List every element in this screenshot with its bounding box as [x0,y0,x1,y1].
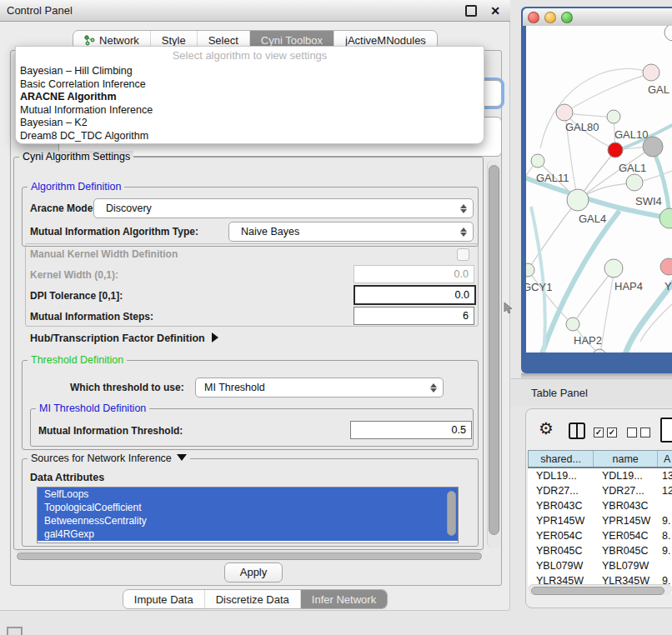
stepper-icon [428,383,439,392]
algorithm-option[interactable]: Basic Correlation Inference [16,78,484,92]
network-canvas[interactable]: GALGAL80GAL10GAL1GAL11SWI4GAL4GCY1HAP4YH… [526,26,672,352]
network-node[interactable] [659,208,672,228]
network-node[interactable] [660,258,672,275]
tab-infer-network[interactable]: Infer Network [300,590,387,608]
collapse-down-icon[interactable] [177,454,187,461]
column-header-3[interactable]: A [658,451,672,467]
manual-kernel-checkbox[interactable] [457,248,469,261]
gear-icon[interactable]: ⚙ [539,420,554,437]
control-panel-titlebar: Control Panel ✕ [0,0,510,22]
hub-definition-toggle[interactable]: Hub/Transcription Factor Definition [30,332,218,344]
corner-grip-icon[interactable] [7,627,23,635]
deselect-all-checkbox-icon[interactable] [640,428,650,438]
network-edge[interactable] [574,269,614,323]
algorithm-option[interactable]: ARACNE Algorithm [16,91,484,104]
mouse-cursor [504,302,514,315]
algorithm-option[interactable]: Dream8 DC_TDC Algorithm [16,130,484,143]
network-node[interactable] [607,110,620,123]
algorithm-option[interactable]: Bayesian – Hill Climbing [16,65,484,78]
mi-threshold-input[interactable]: 0.5 [350,421,472,439]
aracne-mode-select[interactable]: Discovery [93,198,474,218]
which-threshold-select[interactable]: MI Threshold [195,378,444,398]
table-cell: YBL079W [528,558,594,573]
mi-steps-label: Mutual Information Steps: [30,311,153,322]
kernel-width-input[interactable]: 0.0 [354,265,474,283]
settings-vertical-scrollbar[interactable] [487,160,500,548]
document-icon[interactable] [660,418,672,442]
hub-definition-label: Hub/Transcription Factor Definition [30,332,205,344]
sources-group-title[interactable]: Sources for Network Inference [28,452,190,464]
data-attributes-label: Data Attributes [30,472,104,483]
select-all-checkbox-icon[interactable]: ✓ [594,428,604,438]
network-node[interactable] [643,64,659,81]
apply-button[interactable]: Apply [224,562,283,582]
network-node[interactable] [531,154,544,168]
settings-horizontal-scrollbar[interactable] [15,551,484,560]
table-panel-header: Table Panel [511,378,672,406]
network-edge[interactable] [564,73,651,112]
table-cell: YBR045C [528,543,594,558]
table-horizontal-scrollbar-thumb[interactable] [531,587,664,595]
which-threshold-label: Which threshold to use: [70,382,184,393]
network-node[interactable] [664,26,672,41]
network-node[interactable] [626,174,643,191]
node-label: GAL4 [579,212,606,225]
table-row[interactable]: YPR145WYPR145W9. [528,513,672,528]
table-row[interactable]: YBL079WYBL079W [528,558,672,573]
deselect-all-checkbox-icon[interactable] [627,428,637,438]
mi-type-select[interactable]: Naive Bayes [228,222,474,242]
close-icon[interactable]: ✕ [490,5,500,17]
network-node[interactable] [526,263,534,277]
dpi-tolerance-input[interactable]: 0.0 [354,285,476,305]
expand-right-icon[interactable] [212,332,218,342]
network-edge[interactable] [531,207,545,352]
mi-threshold-group-title: MI Threshold Definition [36,402,149,414]
columns-icon[interactable] [569,422,585,439]
minimize-traffic-light[interactable] [544,12,556,23]
column-header-1[interactable]: shared... [529,451,594,467]
table-cell: 12 [659,483,672,498]
screen: Control Panel ✕ NetworkStyleSelectCyni T… [0,0,672,635]
table-row[interactable]: YBR045CYBR045C9. [528,543,672,558]
algorithm-definition-title: Algorithm Definition [28,181,124,192]
attribute-list-item[interactable]: gal4RGexp [38,528,458,541]
table-row[interactable]: YBR043CYBR043C [528,498,672,513]
table-cell: YBL079W [594,558,659,573]
network-edge[interactable] [600,269,614,352]
attribute-list-item[interactable]: SelfLoops [38,488,458,501]
settings-vertical-scrollbar-thumb[interactable] [489,165,499,535]
stepper-icon [458,228,469,237]
algorithm-dropdown-popup: Select algorithm to view settings Bayesi… [15,46,484,144]
sources-title-text: Sources for Network Inference [31,452,172,464]
node-label: HAP2 [574,334,602,347]
bottom-tab-bar: Impute DataDiscretize DataInfer Network [0,589,510,609]
network-edge[interactable] [526,161,538,208]
data-attributes-list[interactable]: SelfLoopsTopologicalCoefficientBetweenne… [37,487,459,543]
attribute-list-item[interactable]: TopologicalCoefficient [38,501,458,514]
mi-steps-input[interactable]: 6 [354,307,474,325]
close-traffic-light[interactable] [528,12,539,23]
column-header-2[interactable]: name [594,451,658,467]
algorithm-option[interactable]: Mutual Information Inference [16,104,484,118]
float-window-icon[interactable] [465,5,477,17]
tab-impute-data[interactable]: Impute Data [123,590,204,608]
table-row[interactable]: YDR27...YDR27...12 [528,483,672,498]
table-row[interactable]: YER054CYER054C8. [528,528,672,543]
table-horizontal-scrollbar[interactable] [528,584,672,595]
select-all-checkbox-icon[interactable]: ✓ [607,428,617,438]
dpi-tolerance-label: DPI Tolerance [0,1]: [30,290,123,302]
zoom-traffic-light[interactable] [561,12,573,23]
network-node[interactable] [556,104,573,121]
algorithm-option[interactable]: Bayesian – K2 [16,117,484,130]
attributes-list-scrollbar-thumb[interactable] [447,491,456,536]
attribute-list-item[interactable]: BetweennessCentrality [38,514,458,528]
network-node[interactable] [567,189,589,211]
network-graph: GALGAL80GAL10GAL1GAL11SWI4GAL4GCY1HAP4YH… [526,26,672,352]
network-node[interactable] [608,142,623,158]
network-node[interactable] [604,259,623,278]
table-row[interactable]: YDL19...YDL19...13 [528,468,672,483]
network-node[interactable] [566,318,579,331]
tab-discretize-data[interactable]: Discretize Data [204,590,300,608]
manual-kernel-label: Manual Kernel Width Definition [30,248,178,260]
settings-horizontal-scrollbar-thumb[interactable] [17,552,482,560]
